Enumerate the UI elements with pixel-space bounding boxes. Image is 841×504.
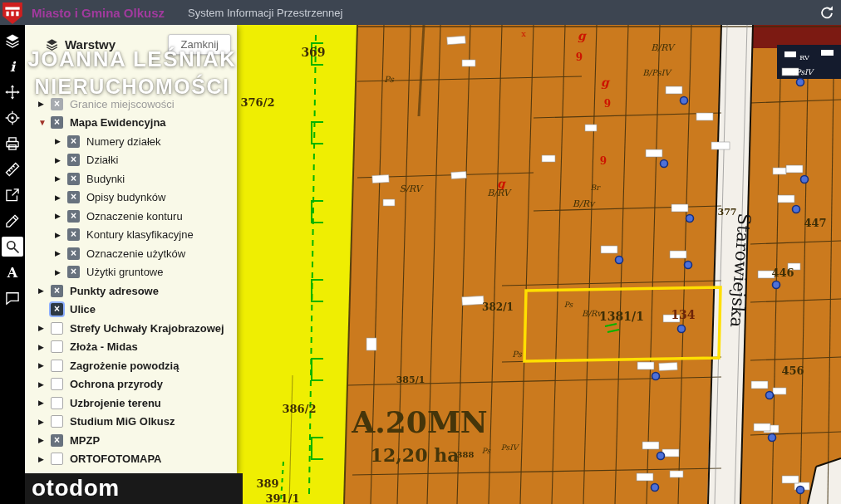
expand-arrow-icon[interactable]: ▶ bbox=[38, 343, 51, 351]
measure-icon[interactable] bbox=[2, 159, 23, 179]
address-point-marker[interactable] bbox=[686, 215, 694, 223]
map-label: 386/2 bbox=[283, 403, 317, 415]
layer-label: MPZP bbox=[70, 434, 100, 447]
expand-arrow-icon[interactable]: ▶ bbox=[55, 137, 67, 145]
layer-checkbox[interactable]: × bbox=[67, 266, 80, 278]
layer-row[interactable]: ▶×Użytki gruntowe bbox=[25, 263, 237, 282]
layer-checkbox[interactable] bbox=[51, 340, 63, 353]
layer-row[interactable]: ▶×Oznaczenie konturu bbox=[25, 207, 237, 226]
address-point-marker[interactable] bbox=[616, 257, 623, 264]
layer-checkbox[interactable]: × bbox=[67, 228, 80, 241]
map-label: B/RV bbox=[487, 188, 513, 198]
layer-row[interactable]: ▶×Budynki bbox=[25, 169, 237, 188]
building-label bbox=[462, 296, 484, 305]
address-label bbox=[751, 381, 768, 389]
layer-row[interactable]: ▶Uzbrojenie terenu bbox=[25, 394, 237, 413]
expand-arrow-icon[interactable]: ▶ bbox=[38, 286, 51, 295]
layer-row[interactable]: ▶×Punkty adresowe bbox=[25, 281, 237, 301]
address-point-marker[interactable] bbox=[769, 434, 776, 442]
address-label bbox=[778, 195, 794, 203]
address-point-marker[interactable] bbox=[793, 206, 800, 213]
export-icon[interactable] bbox=[2, 185, 23, 205]
locate-icon[interactable] bbox=[2, 108, 23, 128]
address-point-marker[interactable] bbox=[678, 325, 686, 333]
expand-arrow-icon[interactable]: ▶ bbox=[55, 249, 67, 257]
address-point-marker[interactable] bbox=[657, 453, 665, 460]
expand-arrow-icon[interactable]: ▶ bbox=[38, 436, 51, 444]
expand-arrow-icon[interactable]: ▶ bbox=[38, 418, 51, 426]
map-label: 391/1 bbox=[266, 492, 300, 504]
address-point-marker[interactable] bbox=[652, 373, 660, 380]
address-point-marker[interactable] bbox=[766, 392, 774, 399]
layer-row[interactable]: ▶×Kontury klasyfikacyjne bbox=[25, 226, 237, 245]
expand-arrow-icon[interactable]: ▶ bbox=[38, 455, 51, 463]
address-point-marker[interactable] bbox=[652, 484, 659, 492]
expand-arrow-icon[interactable]: ▶ bbox=[38, 324, 51, 332]
address-point-marker[interactable] bbox=[685, 262, 692, 269]
layer-checkbox[interactable]: × bbox=[67, 191, 80, 203]
layer-checkbox[interactable] bbox=[51, 453, 63, 465]
address-label bbox=[786, 165, 803, 173]
address-point-marker[interactable] bbox=[681, 97, 688, 105]
map-label: A.20MN bbox=[351, 404, 487, 439]
layer-checkbox[interactable] bbox=[51, 415, 63, 428]
expand-arrow-icon[interactable]: ▶ bbox=[38, 399, 51, 407]
layer-row[interactable]: ▼×Mapa Ewidencyjna bbox=[25, 114, 237, 133]
layer-row[interactable]: ▶Złoża - Midas bbox=[25, 338, 237, 357]
font-icon[interactable]: A bbox=[2, 262, 23, 282]
print-icon[interactable] bbox=[2, 134, 23, 154]
layer-checkbox[interactable] bbox=[51, 322, 63, 335]
layer-row[interactable]: ▶×Działki bbox=[25, 151, 237, 170]
draw-icon[interactable] bbox=[2, 211, 23, 231]
layer-checkbox[interactable] bbox=[51, 397, 63, 409]
layer-checkbox[interactable]: × bbox=[67, 135, 80, 148]
layer-checkbox[interactable]: × bbox=[51, 434, 63, 447]
layer-label: Złoża - Midas bbox=[70, 340, 138, 353]
layer-row[interactable]: ▶ORTOFOTOMAPA bbox=[25, 450, 237, 469]
layer-checkbox[interactable]: × bbox=[67, 247, 80, 260]
layer-checkbox[interactable]: × bbox=[51, 303, 63, 316]
expand-arrow-icon[interactable]: ▶ bbox=[55, 268, 67, 276]
map-label: 369 bbox=[301, 46, 325, 59]
layer-checkbox[interactable]: × bbox=[51, 285, 63, 297]
pan-icon[interactable] bbox=[2, 82, 23, 102]
layer-row[interactable]: ×Ulice bbox=[25, 301, 237, 320]
close-panel-button[interactable]: Zamknij bbox=[168, 34, 231, 55]
layer-checkbox[interactable]: × bbox=[51, 116, 63, 129]
collapse-arrow-icon[interactable]: ▼ bbox=[38, 118, 51, 127]
layer-checkbox[interactable]: × bbox=[67, 173, 80, 185]
layer-row[interactable]: ▶×Numery działek bbox=[25, 132, 237, 151]
expand-arrow-icon[interactable]: ▶ bbox=[55, 156, 67, 164]
layer-label: Opisy budynków bbox=[86, 191, 165, 203]
search-icon[interactable] bbox=[2, 237, 23, 257]
address-point-marker[interactable] bbox=[801, 176, 809, 183]
layer-checkbox[interactable]: × bbox=[67, 154, 80, 166]
layer-row[interactable]: ▶×Granice miejscowości bbox=[25, 95, 237, 114]
refresh-icon[interactable] bbox=[818, 3, 836, 22]
expand-arrow-icon[interactable]: ▶ bbox=[55, 212, 67, 220]
expand-arrow-icon[interactable]: ▶ bbox=[38, 380, 51, 389]
layer-row[interactable]: ▶×MPZP bbox=[25, 431, 237, 450]
address-point-marker[interactable] bbox=[661, 160, 668, 168]
layer-row[interactable]: ▶Ochrona przyrody bbox=[25, 375, 237, 394]
address-point-marker[interactable] bbox=[797, 79, 804, 86]
expand-arrow-icon[interactable]: ▶ bbox=[38, 100, 51, 108]
layer-row[interactable]: ▶Strefy Uchwały Krajobrazowej bbox=[25, 319, 237, 338]
layer-row[interactable]: ▶Studium MiG Olkusz bbox=[25, 413, 237, 432]
comment-icon[interactable] bbox=[2, 288, 23, 308]
layer-checkbox[interactable]: × bbox=[67, 210, 80, 223]
layer-checkbox[interactable] bbox=[51, 360, 63, 372]
layer-row[interactable]: ▶Zagrożenie powodzią bbox=[25, 356, 237, 375]
address-point-marker[interactable] bbox=[773, 281, 780, 289]
expand-arrow-icon[interactable]: ▶ bbox=[55, 231, 67, 239]
layer-row[interactable]: ▶×Opisy budynków bbox=[25, 188, 237, 208]
address-point-marker[interactable] bbox=[797, 487, 804, 494]
layer-row[interactable]: ▶×Oznaczenie użytków bbox=[25, 244, 237, 263]
layer-checkbox[interactable]: × bbox=[51, 98, 63, 110]
expand-arrow-icon[interactable]: ▶ bbox=[55, 193, 67, 202]
layer-checkbox[interactable] bbox=[51, 378, 63, 390]
info-icon[interactable]: i bbox=[2, 56, 23, 76]
expand-arrow-icon[interactable]: ▶ bbox=[38, 361, 51, 369]
expand-arrow-icon[interactable]: ▶ bbox=[55, 174, 67, 183]
layers-icon[interactable] bbox=[2, 31, 23, 51]
